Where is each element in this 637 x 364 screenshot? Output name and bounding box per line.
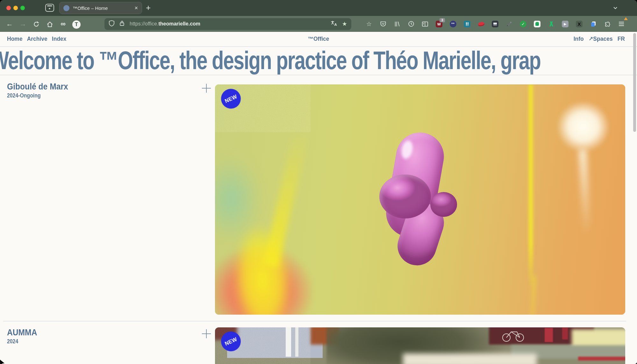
lock-icon[interactable] [119, 20, 125, 27]
nav-link-spaces[interactable]: ↗Spaces [589, 36, 613, 42]
tab-favicon [63, 5, 69, 11]
nav-link-index[interactable]: Index [52, 36, 67, 42]
project-meta-giboule: Giboulé de Marx 2024-Ongoing [7, 82, 76, 99]
nav-link-archive[interactable]: Archive [27, 36, 47, 42]
asterisks-extension-icon[interactable]: ** [449, 20, 457, 28]
nav-link-info[interactable]: Info [574, 36, 584, 42]
site-navigation: Home Archive Index ™Office Info ↗Spaces … [0, 32, 637, 47]
translate-icon[interactable]: A [330, 20, 338, 28]
section-divider [3, 321, 626, 321]
site-brand[interactable]: ™Office [308, 36, 329, 42]
tracking-shield-icon[interactable] [109, 20, 115, 28]
tab-title: ™Office – Home [73, 5, 108, 11]
bicycle-sketch [500, 328, 535, 343]
project-image-aumma[interactable]: NEW [215, 327, 625, 364]
new-tab-button[interactable]: + [146, 3, 151, 13]
update-available-badge [624, 17, 628, 20]
scrollbar-thumb[interactable] [633, 33, 636, 132]
infinity-extension-icon[interactable]: ∞ [56, 16, 70, 32]
reload-button[interactable] [30, 16, 43, 32]
puzzle-extensions-icon[interactable] [604, 20, 611, 28]
svg-text:A: A [334, 23, 337, 26]
reader-sidebar-icon[interactable] [421, 20, 429, 28]
zoom-window-button[interactable] [20, 6, 25, 10]
tab-close-icon[interactable]: × [134, 5, 138, 11]
page-headline: Welcome to ™Office, the design practice … [0, 47, 540, 74]
green-figure-extension-icon[interactable] [548, 20, 555, 28]
browser-window: ™Office – Home × + ← → ∞ T https://offic… [0, 0, 637, 364]
evernote-extension-icon[interactable] [533, 20, 541, 28]
nav-link-home[interactable]: Home [7, 36, 23, 42]
project-image-giboule[interactable]: NEW [215, 84, 625, 315]
expand-project-button[interactable] [202, 329, 211, 338]
home-button[interactable] [43, 16, 56, 32]
bookmark-filled-star-icon[interactable]: ★ [342, 20, 347, 27]
history-clock-icon[interactable] [407, 20, 415, 28]
lips-extension-icon[interactable] [477, 20, 485, 28]
extension-toolbar: ☆ w 3 ** [365, 20, 625, 28]
screenshot-extension-icon[interactable] [491, 20, 499, 28]
url-bar[interactable]: https://office.theomarielle.com A ★ [104, 18, 351, 30]
close-window-button[interactable] [6, 6, 11, 10]
pen-extension-icon[interactable] [505, 20, 513, 28]
project-title: Giboulé de Marx [7, 82, 76, 91]
tab-bar: ™Office – Home × + [0, 0, 637, 16]
browser-tab[interactable]: ™Office – Home × [59, 2, 142, 14]
t-extension-icon[interactable]: T [70, 16, 83, 32]
project-title: AUMMA [7, 328, 41, 337]
wappalyzer-extension-icon[interactable]: w 3 [435, 20, 443, 28]
bookmark-star-outline-icon[interactable]: ☆ [365, 20, 373, 28]
play-extension-icon[interactable]: ▶ [562, 20, 569, 28]
app-menu-icon[interactable] [618, 20, 625, 28]
minimize-window-button[interactable] [13, 6, 18, 10]
language-toggle-fr[interactable]: FR [618, 36, 625, 42]
mouse-cursor [0, 359, 6, 364]
back-button[interactable]: ← [3, 16, 16, 32]
pocket-icon[interactable] [379, 20, 387, 28]
firefox-view-icon[interactable] [45, 4, 54, 12]
check-extension-icon[interactable]: ✓ [519, 20, 527, 28]
web-page: Home Archive Index ™Office Info ↗Spaces … [0, 32, 637, 364]
project-years: 2024 [7, 338, 41, 345]
project-years: 2024-Ongoing [7, 92, 76, 99]
x-extension-icon[interactable]: X [576, 20, 583, 28]
url-text[interactable]: https://office.theomarielle.com [130, 21, 200, 27]
library-icon[interactable] [393, 20, 401, 28]
copy-book-extension-icon[interactable] [590, 20, 597, 28]
navigation-toolbar: ← → ∞ T https://office.theomarielle.com … [0, 16, 637, 32]
project-meta-aumma: AUMMA 2024 [7, 328, 41, 345]
expand-project-button[interactable] [202, 84, 211, 93]
extension-count-badge: 3 [440, 18, 445, 22]
tab-overflow-chevron-icon[interactable] [613, 5, 618, 12]
forward-button[interactable]: → [16, 16, 30, 32]
teal-extension-icon[interactable] [463, 20, 471, 28]
headline-marquee: Welcome to ™Office, the design practice … [0, 47, 637, 75]
